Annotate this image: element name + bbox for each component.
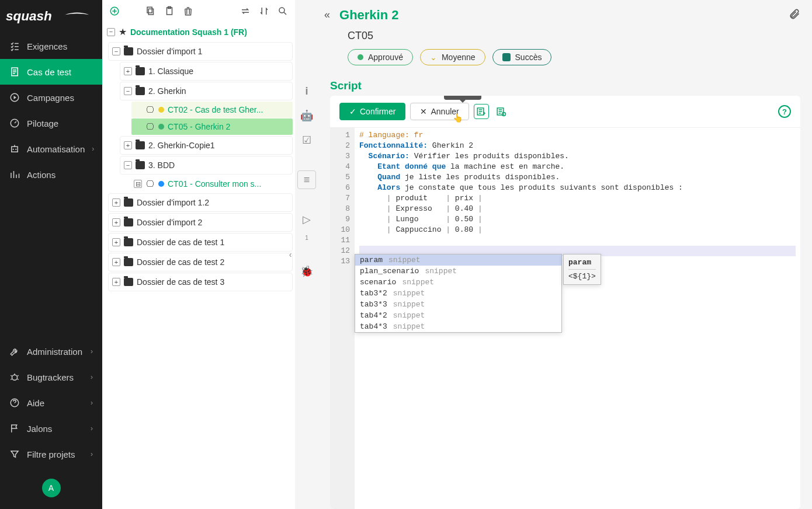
expander-icon[interactable] <box>134 123 142 131</box>
back-icon[interactable]: « <box>324 9 330 21</box>
autocomplete-item[interactable]: tab3*2snippet <box>355 288 561 299</box>
nav-pilotage[interactable]: Pilotage <box>0 110 102 136</box>
autocomplete-item[interactable]: paramsnippet <box>355 254 561 266</box>
chevron-right-icon: › <box>91 399 93 407</box>
tree-label: CT02 - Cas de test Gher... <box>168 105 263 114</box>
code-line[interactable]: Alors je constate que tous les produits … <box>359 183 796 193</box>
expander-icon[interactable]: − <box>124 161 132 169</box>
cancel-button[interactable]: ✕Annuler <box>410 103 469 120</box>
code-editor[interactable]: 12345678910111213 # language: frFonction… <box>330 127 800 509</box>
expander-icon[interactable] <box>134 106 142 114</box>
robot-icon[interactable]: 🤖 <box>297 106 316 125</box>
expander-icon[interactable]: + <box>112 238 120 246</box>
delete-icon[interactable] <box>182 5 195 18</box>
nav-administration[interactable]: Administration› <box>0 339 102 364</box>
bug-icon[interactable]: 🐞 <box>297 262 316 281</box>
document-icon <box>9 67 20 77</box>
code-line[interactable]: Etant donné que la machine est en marche… <box>359 162 796 172</box>
autocomplete-item[interactable]: plan_scenariosnippet <box>355 266 561 277</box>
copy-icon[interactable] <box>144 5 157 18</box>
add-icon[interactable] <box>108 5 121 18</box>
tree-folder[interactable]: −2. Gherkin <box>120 82 293 100</box>
code-line[interactable]: | Expresso | 0.40 | <box>359 204 796 214</box>
svg-point-7 <box>12 375 18 380</box>
attachment-icon[interactable] <box>789 7 800 23</box>
nav-filtre-projets[interactable]: Filtre projets› <box>0 441 102 467</box>
code-line[interactable] <box>359 235 796 246</box>
expander-icon[interactable]: + <box>112 218 120 226</box>
tree-folder[interactable]: +2. Gherkin-Copie1 <box>120 136 293 155</box>
status-priority[interactable]: ⌄Moyenne <box>420 49 485 65</box>
status-label: Approuvé <box>368 53 403 62</box>
expander-icon[interactable]: − <box>124 87 132 95</box>
status-approved[interactable]: Approuvé <box>348 49 413 65</box>
folder-icon <box>124 278 133 286</box>
code-line[interactable]: Quand je liste les produits disponibles. <box>359 172 796 183</box>
code-line[interactable]: Fonctionnalité: Gherkin 2 <box>359 141 796 151</box>
sort-icon[interactable] <box>258 5 270 18</box>
tree-folder[interactable]: +1. Classique <box>120 62 293 81</box>
nav-exigences[interactable]: Exigences <box>0 33 102 59</box>
avatar[interactable]: A <box>42 479 61 497</box>
snippet-settings-button[interactable] <box>494 104 509 119</box>
autocomplete-item[interactable]: tab4*2snippet <box>355 310 561 321</box>
code-line[interactable]: | Lungo | 0.50 | <box>359 214 796 225</box>
tree-project-root[interactable]: − ★ Documentation Squash 1 (FR) <box>105 23 293 41</box>
folder-icon <box>124 198 133 207</box>
play-icon[interactable]: ▷ <box>297 210 316 229</box>
list-icon[interactable]: ≡ <box>297 170 316 189</box>
tree-folder[interactable]: +Dossier de cas de test 3 <box>108 273 293 291</box>
paste-icon[interactable] <box>163 5 176 18</box>
collapse-icon[interactable]: − <box>107 28 115 36</box>
tree[interactable]: − ★ Documentation Squash 1 (FR) −Dossier… <box>102 22 295 292</box>
nav-bugtrackers[interactable]: Bugtrackers› <box>0 364 102 390</box>
nav-campagnes[interactable]: Campagnes <box>0 85 102 110</box>
folder-icon <box>136 87 145 95</box>
code-line[interactable]: | Cappuccino | 0.80 | <box>359 225 796 235</box>
tree-folder[interactable]: +Dossier de cas de test 2 <box>108 253 293 271</box>
code-line[interactable]: # language: fr <box>359 130 796 141</box>
chevron-right-icon: › <box>91 450 93 458</box>
autocomplete-item[interactable]: tab4*3snippet <box>355 321 561 332</box>
info-icon[interactable]: i <box>297 82 316 100</box>
expander-icon[interactable]: + <box>112 278 120 286</box>
checkbox-icon[interactable]: ☑ <box>297 131 316 149</box>
ac-name: tab4*3 <box>360 322 387 331</box>
code-line[interactable]: Scénario: Vérifier les produits disponib… <box>359 151 796 162</box>
nav-aide[interactable]: Aide› <box>0 390 102 416</box>
editor-box: ✓Confirmer ✕Annuler ? Insérer 👆 12345678… <box>330 96 800 509</box>
tree-folder[interactable]: +Dossier de cas de test 1 <box>108 233 293 252</box>
tree-folder[interactable]: −3. BDD <box>120 156 293 175</box>
nav-automatisation[interactable]: Automatisation› <box>0 136 102 162</box>
tree-folder[interactable]: +Dossier d'import 1.2 <box>108 193 293 212</box>
expander-icon[interactable]: + <box>124 141 132 149</box>
insert-snippet-button[interactable] <box>474 104 489 119</box>
expander-icon[interactable]: ⊟ <box>134 180 142 188</box>
confirm-button[interactable]: ✓Confirmer <box>339 103 405 120</box>
svg-point-6 <box>15 149 16 150</box>
tree-test-item[interactable]: ⊟🖵CT01 - Consulter mon s... <box>131 176 293 192</box>
help-icon[interactable]: ? <box>778 105 791 118</box>
tree-panel: − ★ Documentation Squash 1 (FR) −Dossier… <box>102 0 295 509</box>
search-icon[interactable] <box>276 5 289 18</box>
swap-icon[interactable] <box>239 5 252 18</box>
code-line[interactable]: | produit | prix | <box>359 193 796 204</box>
nav-cas-de-test[interactable]: Cas de test <box>0 59 102 85</box>
star-icon[interactable]: ★ <box>119 26 127 37</box>
wrench-icon <box>9 346 20 357</box>
autocomplete-popup[interactable]: paramsnippetplan_scenariosnippetscenario… <box>355 254 562 333</box>
expander-icon[interactable]: + <box>112 198 120 207</box>
expander-icon[interactable]: + <box>124 67 132 75</box>
expander-icon[interactable]: − <box>112 47 120 55</box>
autocomplete-item[interactable]: tab3*3snippet <box>355 299 561 310</box>
tree-folder[interactable]: +Dossier d'import 2 <box>108 213 293 232</box>
expander-icon[interactable]: + <box>112 258 120 266</box>
tree-test-item[interactable]: 🖵CT05 - Gherkin 2 <box>131 118 293 135</box>
tree-test-item[interactable]: 🖵CT02 - Cas de test Gher... <box>131 102 293 118</box>
collapse-tree-icon[interactable]: ‹ <box>286 243 295 266</box>
status-result[interactable]: Succès <box>492 49 552 65</box>
tree-folder[interactable]: −Dossier d'import 1 <box>108 42 293 61</box>
nav-actions[interactable]: Actions <box>0 162 102 187</box>
nav-jalons[interactable]: Jalons› <box>0 416 102 441</box>
autocomplete-item[interactable]: scenariosnippet <box>355 277 561 288</box>
